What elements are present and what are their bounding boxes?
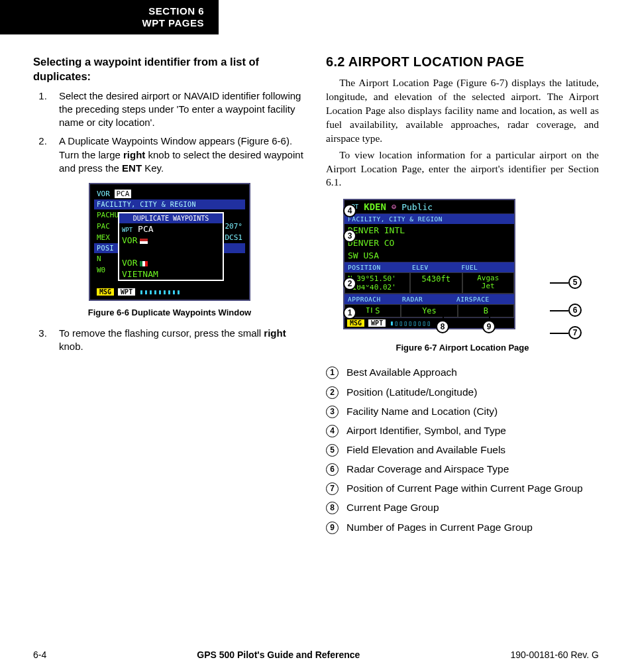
fig67-caption: Figure 6-7 Airport Location Page <box>326 343 599 353</box>
left-column: Selecting a waypoint identifier from a l… <box>33 54 306 540</box>
left-subhead: Selecting a waypoint identifier from a l… <box>33 54 306 84</box>
airport-symbol-icon: ⊖ <box>392 202 396 211</box>
fig66-bottom-bar: MSG WPT ▮▮▮▮▮▮▮▮▮ <box>94 287 245 297</box>
section-header-tab: SECTION 6 WPT PAGES <box>0 0 219 34</box>
legend-item: 8Current Page Group <box>326 501 599 514</box>
figure-6-7: 4 3 2 1 5 6 7 8 9 <box>343 199 582 329</box>
fig67-screen: APT KDEN ⊖ Public FACILITY, CITY & REGIO… <box>343 199 515 329</box>
callout-8: 8 <box>436 320 449 333</box>
flag-icon <box>140 239 148 244</box>
fig66-caption: Figure 6-6 Duplicate Waypoints Window <box>33 308 306 317</box>
callout-legend: 1Best Available Approach 2Position (Lati… <box>326 366 599 533</box>
callout-7: 7 <box>568 326 582 339</box>
step-1: Select the desired airport or NAVAID ide… <box>50 89 306 130</box>
legend-item: 5Field Elevation and Available Fuels <box>326 443 599 457</box>
callout-5: 5 <box>568 276 582 289</box>
legend-item: 9Number of Pages in Current Page Group <box>326 521 599 534</box>
steps-list-cont: To remove the flashing cursor, press the… <box>33 327 306 354</box>
flag-icon <box>140 261 148 266</box>
step-2: A Duplicate Waypoints Window appears (Fi… <box>50 135 306 175</box>
fig66-screen: VOR PCA FACILITY, CITY & REGION PACHUCA … <box>89 183 250 301</box>
legend-item: 4Airport Identifier, Symbol, and Type <box>326 424 599 437</box>
legend-item: 6Radar Coverage and Airspace Type <box>326 463 599 476</box>
para-2: To view location information for a parti… <box>326 148 599 190</box>
section-number: SECTION 6 <box>7 5 204 17</box>
doc-revision: 190-00181-60 Rev. G <box>510 649 599 660</box>
callout-9: 9 <box>482 320 496 333</box>
footer-title: GPS 500 Pilot's Guide and Reference <box>197 649 360 660</box>
page-footer: 6-4 GPS 500 Pilot's Guide and Reference … <box>0 649 632 660</box>
figure-6-6: VOR PCA FACILITY, CITY & REGION PACHUCA … <box>33 183 306 317</box>
step-3: To remove the flashing cursor, press the… <box>50 327 306 354</box>
legend-item: 3Facility Name and Location (City) <box>326 405 599 418</box>
right-column: 6.2 AIRPORT LOCATION PAGE The Airport Lo… <box>326 54 599 540</box>
callout-6: 6 <box>568 304 582 317</box>
steps-list: Select the desired airport or NAVAID ide… <box>33 89 306 176</box>
page-number: 6-4 <box>33 649 46 660</box>
para-1: The Airport Location Page (Figure 6-7) d… <box>326 76 599 146</box>
legend-item: 7Position of Current Page within Current… <box>326 482 599 495</box>
legend-item: 1Best Available Approach <box>326 366 599 379</box>
duplicate-waypoints-popup: DUPLICATE WAYPOINTS WPT PCA VOR MEXICO V… <box>118 212 224 281</box>
legend-item: 2Position (Latitude/Longitude) <box>326 386 599 399</box>
section-6-2-heading: 6.2 AIRPORT LOCATION PAGE <box>326 54 599 70</box>
section-title: WPT PAGES <box>7 17 204 29</box>
